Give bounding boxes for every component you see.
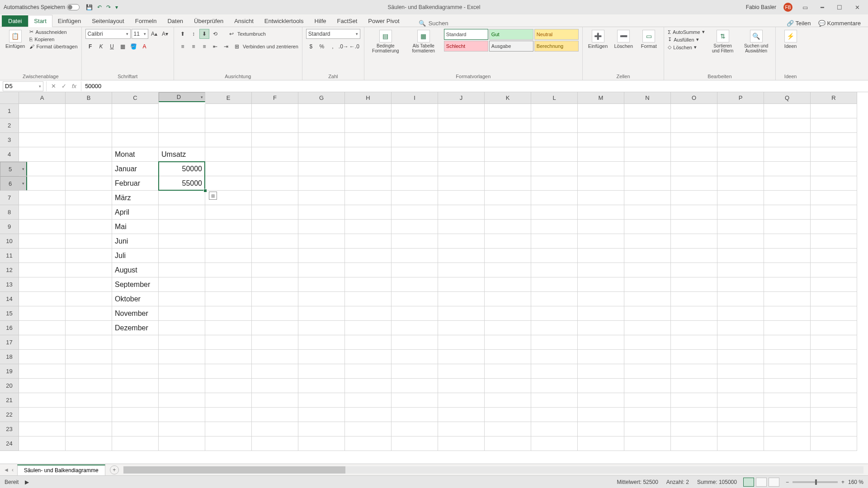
cell[interactable]	[578, 220, 624, 234]
cell[interactable]	[671, 263, 717, 277]
cell[interactable]	[66, 162, 112, 176]
row-header[interactable]: 24	[0, 436, 19, 451]
decrease-decimal-icon[interactable]: ←.0	[349, 42, 359, 52]
column-header[interactable]: E	[205, 92, 252, 104]
fx-icon[interactable]: fx	[72, 83, 76, 89]
cell[interactable]	[531, 350, 578, 364]
cell[interactable]	[345, 220, 392, 234]
cell[interactable]	[578, 263, 624, 277]
cell[interactable]	[764, 263, 811, 277]
cell[interactable]	[485, 220, 531, 234]
cell[interactable]	[671, 379, 717, 393]
cell[interactable]: 50000	[159, 162, 205, 176]
cell[interactable]	[66, 263, 112, 277]
cell[interactable]	[485, 133, 531, 147]
cell[interactable]	[112, 364, 159, 379]
cell[interactable]	[112, 379, 159, 393]
number-format-select[interactable]: Standard	[306, 29, 360, 39]
cell[interactable]	[298, 422, 345, 436]
cell[interactable]	[66, 118, 112, 133]
cell[interactable]	[112, 133, 159, 147]
cell[interactable]	[159, 422, 205, 436]
cell[interactable]	[205, 277, 252, 292]
cell[interactable]	[485, 191, 531, 205]
cell[interactable]	[298, 133, 345, 147]
cell[interactable]	[811, 393, 857, 408]
cell[interactable]: Januar	[112, 162, 159, 176]
cell[interactable]	[438, 321, 485, 335]
cell[interactable]	[19, 277, 66, 292]
cell[interactable]: April	[112, 205, 159, 220]
save-icon[interactable]: 💾	[86, 4, 93, 10]
cell[interactable]	[764, 133, 811, 147]
increase-decimal-icon[interactable]: .0→	[339, 42, 349, 52]
cell[interactable]	[345, 408, 392, 422]
zoom-out-button[interactable]: −	[786, 479, 789, 485]
align-right-icon[interactable]: ≡	[199, 42, 209, 52]
cell[interactable]	[671, 277, 717, 292]
cell[interactable]	[252, 408, 298, 422]
cell[interactable]	[392, 118, 438, 133]
tab-help[interactable]: Hilfe	[309, 15, 332, 27]
cell[interactable]	[438, 205, 485, 220]
cell[interactable]	[345, 234, 392, 249]
cell[interactable]	[345, 335, 392, 350]
align-middle-icon[interactable]: ↕	[189, 29, 198, 39]
ribbon-display-icon[interactable]: ▭	[800, 4, 811, 11]
cell[interactable]	[298, 104, 345, 118]
cell[interactable]	[671, 436, 717, 451]
tab-formulas[interactable]: Formeln	[130, 15, 162, 27]
cell[interactable]	[205, 249, 252, 263]
style-calc[interactable]: Berechnung	[534, 41, 579, 52]
cell[interactable]	[578, 321, 624, 335]
cell[interactable]	[205, 147, 252, 162]
delete-cells-button[interactable]: ➖Löschen	[612, 29, 635, 50]
cell[interactable]	[764, 350, 811, 364]
cell[interactable]	[392, 191, 438, 205]
cell[interactable]	[345, 277, 392, 292]
bold-button[interactable]: F	[85, 42, 95, 52]
toggle-off-icon[interactable]	[67, 4, 80, 10]
cell[interactable]	[252, 364, 298, 379]
column-header[interactable]: C	[112, 92, 159, 104]
cell[interactable]	[19, 408, 66, 422]
cell[interactable]	[159, 350, 205, 364]
cell[interactable]	[578, 436, 624, 451]
find-select-button[interactable]: 🔍Suchen und Auswählen	[741, 29, 772, 54]
cell[interactable]	[66, 292, 112, 306]
cell[interactable]	[624, 379, 671, 393]
cell[interactable]	[624, 306, 671, 321]
row-header[interactable]: 14	[0, 292, 19, 306]
cell[interactable]	[485, 436, 531, 451]
sheet-nav-prev-icon[interactable]: ‹	[12, 467, 14, 473]
cell[interactable]	[764, 234, 811, 249]
cell[interactable]	[438, 436, 485, 451]
cell[interactable]	[252, 263, 298, 277]
column-header[interactable]: J	[438, 92, 485, 104]
cell[interactable]	[811, 263, 857, 277]
cell[interactable]	[811, 321, 857, 335]
cell[interactable]	[764, 104, 811, 118]
cell[interactable]: November	[112, 306, 159, 321]
scroll-thumb[interactable]	[123, 466, 345, 474]
cell[interactable]	[66, 277, 112, 292]
cell[interactable]	[578, 104, 624, 118]
column-header[interactable]: G	[298, 92, 345, 104]
cell[interactable]	[671, 104, 717, 118]
cell[interactable]	[531, 176, 578, 191]
column-header[interactable]: K	[485, 92, 531, 104]
cell[interactable]	[345, 133, 392, 147]
cell[interactable]	[764, 191, 811, 205]
cut-button[interactable]: ✂ Ausschneiden	[29, 29, 77, 35]
cell[interactable]	[19, 162, 66, 176]
cell[interactable]	[578, 422, 624, 436]
cell[interactable]	[392, 277, 438, 292]
cell[interactable]	[19, 263, 66, 277]
cell[interactable]	[764, 147, 811, 162]
currency-icon[interactable]: $	[306, 42, 316, 52]
cell[interactable]	[764, 321, 811, 335]
cell[interactable]	[298, 306, 345, 321]
column-header[interactable]: D	[159, 92, 205, 102]
cell[interactable]	[671, 321, 717, 335]
cell[interactable]	[159, 292, 205, 306]
